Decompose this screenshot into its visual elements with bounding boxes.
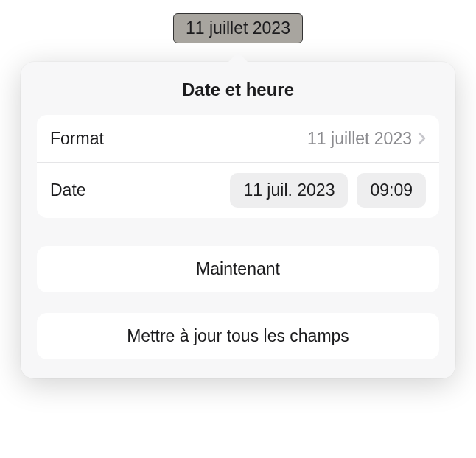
time-picker-value: 09:09 (370, 180, 413, 200)
popover-caret (228, 52, 248, 63)
format-value: 11 juillet 2023 (307, 129, 412, 149)
selected-date-token[interactable]: 11 juillet 2023 (173, 13, 303, 43)
date-picker-button[interactable]: 11 juil. 2023 (230, 173, 348, 208)
update-all-fields-button[interactable]: Mettre à jour tous les champs (37, 313, 439, 359)
date-label: Date (50, 180, 86, 200)
popover-title: Date et heure (37, 80, 439, 100)
date-picker-value: 11 juil. 2023 (243, 180, 335, 200)
time-picker-button[interactable]: 09:09 (357, 173, 426, 208)
now-button[interactable]: Maintenant (37, 246, 439, 292)
selected-date-text: 11 juillet 2023 (186, 18, 290, 38)
date-time-pills: 11 juil. 2023 09:09 (230, 173, 426, 208)
date-time-popover: Date et heure Format 11 juillet 2023 Dat… (21, 62, 455, 378)
format-label: Format (50, 129, 104, 149)
now-button-label: Maintenant (196, 259, 280, 278)
update-all-fields-label: Mettre à jour tous les champs (127, 326, 349, 345)
chevron-right-icon (418, 132, 426, 145)
settings-card: Format 11 juillet 2023 Date 11 juil. 202… (37, 115, 439, 218)
format-row[interactable]: Format 11 juillet 2023 (37, 115, 439, 162)
date-row: Date 11 juil. 2023 09:09 (37, 162, 439, 218)
